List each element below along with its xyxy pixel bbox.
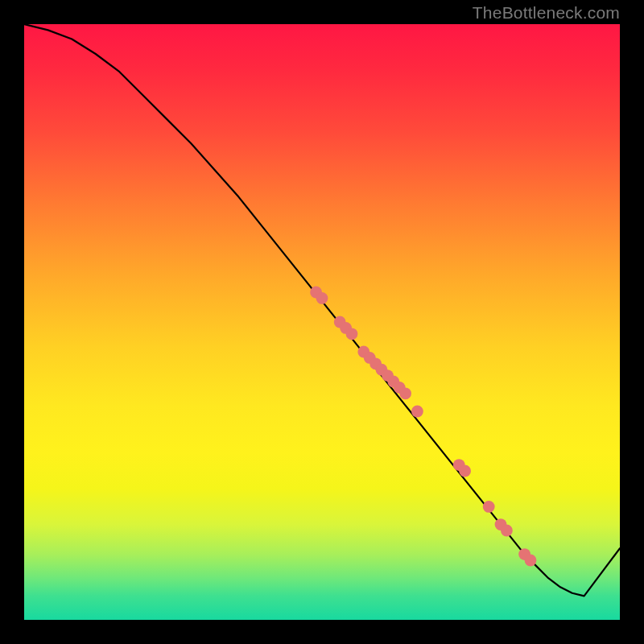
data-line [24, 24, 620, 596]
watermark-text: TheBottleneck.com [473, 3, 620, 23]
data-marker [411, 406, 423, 418]
data-marker [316, 292, 328, 304]
data-marker [346, 328, 358, 340]
chart-stage: TheBottleneck.com [0, 0, 644, 644]
data-marker [459, 465, 471, 477]
line-layer [24, 24, 620, 596]
data-marker [483, 501, 495, 513]
chart-svg [24, 24, 620, 620]
data-marker [501, 525, 513, 537]
data-marker [525, 555, 537, 567]
marker-layer [310, 287, 536, 567]
plot-area [24, 24, 620, 620]
data-marker [399, 387, 411, 399]
